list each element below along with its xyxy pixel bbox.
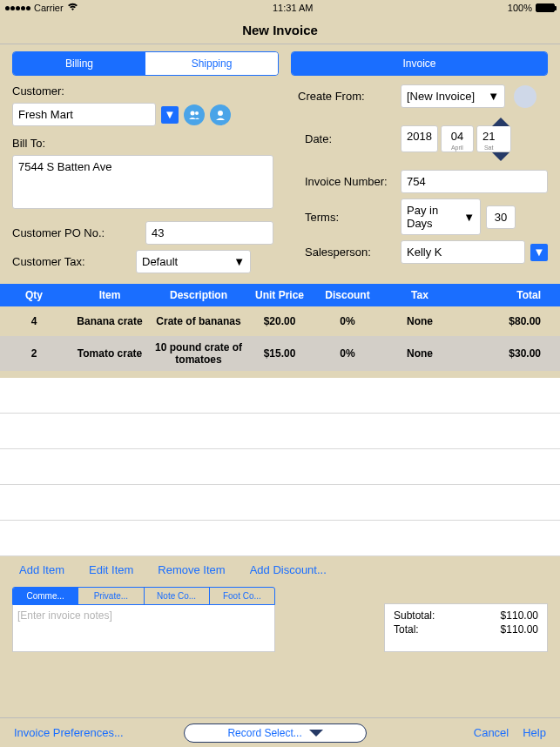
- signal-icon: [5, 6, 30, 10]
- page-title: New Invoice: [0, 16, 560, 44]
- billto-input[interactable]: 7544 S Batten Ave: [12, 155, 273, 209]
- wifi-icon: [67, 3, 78, 13]
- note-tabs: Comme... Private... Note Co... Foot Co..…: [12, 587, 275, 605]
- empty-row[interactable]: [0, 485, 560, 521]
- date-picker[interactable]: 2018 04April 21Sat: [401, 125, 511, 152]
- cell-desc: 10 pound crate of tomatoes: [152, 336, 246, 371]
- note-tab-comments[interactable]: Comme...: [13, 588, 78, 604]
- cell-price: $15.00: [246, 342, 314, 365]
- empty-row[interactable]: [0, 521, 560, 556]
- createfrom-select[interactable]: [New Invoice]▼: [401, 84, 505, 108]
- createfrom-value: [New Invoice]: [407, 90, 475, 103]
- globe-icon[interactable]: [514, 85, 536, 108]
- empty-row[interactable]: [0, 414, 560, 449]
- col-price: Unit Price: [246, 284, 314, 306]
- line-items-table: Qty Item Description Unit Price Discount…: [0, 284, 560, 556]
- po-label: Customer PO No.:: [12, 226, 123, 239]
- status-bar: Carrier 11:31 AM 100%: [0, 0, 560, 16]
- customer-label: Customer:: [12, 84, 64, 98]
- cancel-button[interactable]: Cancel: [474, 726, 509, 739]
- record-select-button[interactable]: Record Select...: [184, 723, 367, 743]
- table-row[interactable]: 2 Tomato crate 10 pound crate of tomatoe…: [0, 336, 560, 371]
- date-year[interactable]: 2018: [407, 130, 432, 143]
- battery-percent: 100%: [508, 3, 532, 13]
- table-row[interactable]: 4 Banana crate Crate of bananas $20.00 0…: [0, 306, 560, 336]
- subtotal-label: Subtotal:: [394, 609, 435, 622]
- notes-input[interactable]: [Enter invoice notes]: [12, 605, 275, 652]
- cell-item: Tomato crate: [68, 342, 152, 365]
- date-month[interactable]: 04: [447, 130, 468, 143]
- empty-row[interactable]: [0, 378, 560, 414]
- contact-icon[interactable]: [210, 104, 231, 125]
- cell-tax: None: [381, 342, 458, 365]
- tab-billing[interactable]: Billing: [13, 52, 145, 75]
- tax-label: Customer Tax:: [12, 255, 124, 268]
- chevron-down-icon: ▼: [488, 90, 499, 103]
- customer-dropdown-button[interactable]: ▼: [161, 106, 179, 124]
- terms-select[interactable]: Pay in Days▼: [401, 199, 481, 235]
- invno-input[interactable]: 754: [401, 170, 548, 193]
- col-tax: Tax: [381, 284, 458, 306]
- tax-value: Default: [142, 255, 178, 268]
- date-up-icon[interactable]: [492, 118, 509, 126]
- col-qty: Qty: [0, 284, 68, 306]
- col-total: Total: [458, 284, 560, 306]
- totals-box: Subtotal:$110.00 Total:$110.00: [384, 603, 548, 652]
- date-label: Date:: [298, 132, 395, 145]
- cell-price: $20.00: [246, 310, 314, 333]
- cell-desc: Crate of bananas: [152, 310, 246, 333]
- sales-dropdown-button[interactable]: ▼: [530, 244, 548, 261]
- tab-invoice[interactable]: Invoice: [292, 52, 547, 75]
- help-button[interactable]: Help: [523, 726, 546, 739]
- carrier-label: Carrier: [34, 3, 64, 13]
- customer-input[interactable]: Fresh Mart: [12, 103, 156, 126]
- po-input[interactable]: 43: [145, 221, 273, 245]
- chevron-down-icon: ▼: [463, 211, 475, 224]
- note-tab-private[interactable]: Private...: [78, 588, 144, 604]
- cell-qty: 4: [0, 310, 68, 333]
- remove-item-button[interactable]: Remove Item: [158, 563, 225, 576]
- terms-days-input[interactable]: 30: [486, 205, 516, 229]
- tab-shipping[interactable]: Shipping: [145, 52, 278, 75]
- chevron-down-icon: ▼: [165, 108, 176, 121]
- col-disc: Discount: [314, 284, 381, 306]
- subtotal-value: $110.00: [501, 609, 538, 622]
- svg-point-2: [218, 111, 223, 116]
- battery-icon: [536, 3, 555, 12]
- cell-item: Banana crate: [68, 310, 152, 333]
- edit-item-button[interactable]: Edit Item: [89, 563, 133, 576]
- terms-label: Terms:: [298, 211, 395, 224]
- billing-shipping-segment: Billing Shipping: [12, 51, 279, 76]
- total-value: $110.00: [501, 623, 538, 636]
- total-label: Total:: [394, 623, 419, 636]
- add-item-button[interactable]: Add Item: [19, 563, 64, 576]
- record-select-label: Record Select...: [227, 727, 301, 739]
- chevron-down-icon: ▼: [534, 246, 545, 259]
- sales-input[interactable]: Kelly K: [401, 240, 525, 264]
- cell-disc: 0%: [314, 310, 381, 333]
- cell-tax: None: [381, 310, 458, 333]
- billto-label: Bill To:: [12, 137, 45, 150]
- col-item: Item: [68, 284, 152, 306]
- svg-point-1: [195, 111, 199, 115]
- terms-value: Pay in Days: [407, 204, 463, 230]
- date-down-icon[interactable]: [492, 152, 509, 161]
- status-time: 11:31 AM: [273, 3, 313, 13]
- contacts-icon[interactable]: [184, 104, 205, 125]
- note-tab-footco[interactable]: Foot Co...: [210, 588, 274, 604]
- add-discount-button[interactable]: Add Discount...: [250, 563, 327, 576]
- col-desc: Description: [152, 284, 246, 306]
- note-tab-noteco[interactable]: Note Co...: [145, 588, 210, 604]
- sales-label: Salesperson:: [298, 246, 395, 259]
- invoice-segment: Invoice: [291, 51, 548, 76]
- cell-total: $30.00: [458, 342, 560, 365]
- createfrom-label: Create From:: [298, 90, 395, 103]
- cell-total: $80.00: [458, 310, 560, 333]
- cell-disc: 0%: [314, 342, 381, 365]
- invoice-preferences-button[interactable]: Invoice Preferences...: [14, 726, 124, 739]
- invno-label: Invoice Number:: [298, 175, 395, 188]
- tax-select[interactable]: Default▼: [136, 250, 251, 273]
- cell-qty: 2: [0, 342, 68, 365]
- empty-row[interactable]: [0, 449, 560, 485]
- chevron-down-icon: [309, 730, 323, 737]
